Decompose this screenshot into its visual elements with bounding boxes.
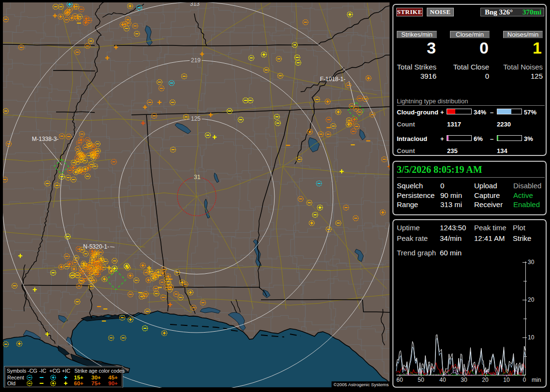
svg-text:60: 60 [396, 377, 403, 383]
svg-text:30: 30 [528, 259, 535, 266]
svg-text:50: 50 [418, 377, 424, 383]
svg-text:0: 0 [523, 377, 526, 383]
svg-text:10: 10 [503, 377, 510, 383]
svg-text:20: 20 [528, 296, 535, 303]
svg-text:30: 30 [461, 377, 467, 383]
svg-text:40: 40 [439, 377, 446, 383]
svg-text:20: 20 [482, 377, 489, 383]
svg-text:10: 10 [528, 334, 535, 341]
svg-text:min: min [532, 377, 541, 383]
